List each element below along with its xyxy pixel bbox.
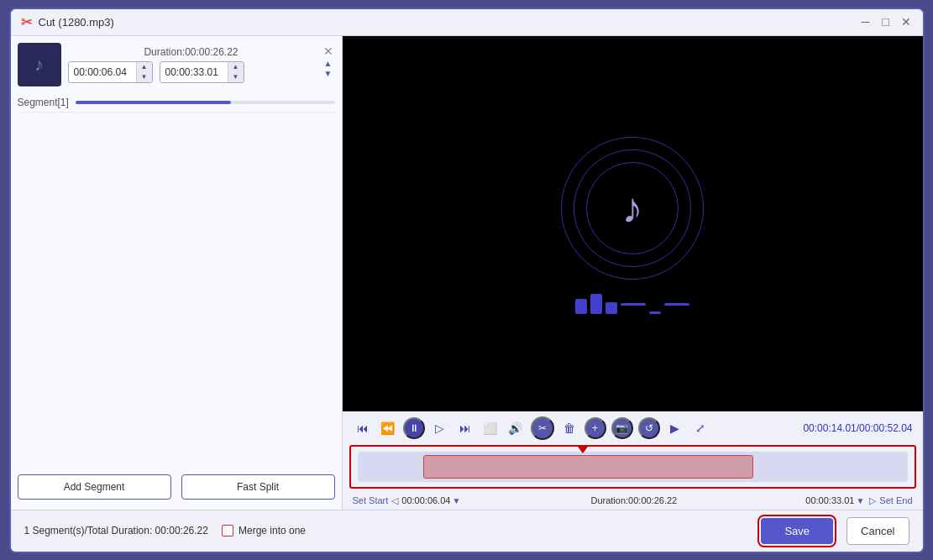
scroll-down-arrow[interactable]: ▼ <box>324 70 333 78</box>
end-time-spinners: ▲ ▼ <box>228 62 244 82</box>
timeline-border <box>349 445 916 489</box>
start-time-marker: 00:00:06.04 <box>401 495 450 505</box>
pause-button[interactable]: ⏸ <box>403 417 425 439</box>
audio-thumbnail: ♪ <box>18 43 61 86</box>
left-panel: ♪ Duration:00:00:26.22 ▲ ▼ <box>11 36 343 510</box>
video-preview-area: ♪ <box>343 36 923 411</box>
expand-button[interactable]: ⤢ <box>690 418 710 438</box>
end-time-marker: 00:00:33.01 <box>805 495 854 505</box>
add-segment-button[interactable]: Add Segment <box>18 474 171 500</box>
time-display: 00:00:14.01/00:00:52.04 <box>803 422 912 434</box>
music-note-large-icon: ♪ <box>622 184 643 233</box>
timeline-markers: Set Start ◁ 00:00:06.04 ▼ Duration:00:00… <box>343 492 923 510</box>
start-time-up[interactable]: ▲ <box>137 62 152 72</box>
controls-bar: ⏮ ⏪ ⏸ ▷ ⏭ ⬜ 🔊 ✂ 🗑 + 📷 ↺ ▶ ⤢ 00:00:14.01/… <box>343 411 923 445</box>
eq-bar-1 <box>575 299 587 314</box>
music-note-icon: ♪ <box>34 54 44 76</box>
left-spacer <box>18 113 335 468</box>
merge-label[interactable]: Merge into one <box>222 525 306 536</box>
step-forward-button[interactable]: ⏭ <box>455 418 475 438</box>
cancel-button[interactable]: Cancel <box>847 517 909 545</box>
start-dropdown-arrow[interactable]: ▼ <box>452 496 460 505</box>
eq-bar-3 <box>605 302 617 314</box>
start-time-input-group: ▲ ▼ <box>68 61 153 83</box>
marker-arrow-left: ◁ <box>391 495 398 506</box>
main-content: ♪ Duration:00:00:26.22 ▲ ▼ <box>11 36 923 510</box>
scroll-up-arrow[interactable]: ▲ <box>324 60 333 68</box>
timeline-container <box>343 445 923 492</box>
timeline-track[interactable] <box>358 452 908 482</box>
segment-progress-bar <box>76 101 335 104</box>
right-panel: ♪ ⏮ ⏪ ⏸ ▷ ⏭ <box>343 36 923 510</box>
end-time-input-group: ▲ ▼ <box>160 61 244 83</box>
set-end-button[interactable]: Set End <box>879 495 912 505</box>
rewind-button[interactable]: ⏪ <box>378 418 398 438</box>
save-button[interactable]: Save <box>761 518 833 544</box>
eq-bar-4 <box>649 311 661 314</box>
equalizer-bars <box>575 294 689 314</box>
start-time-down[interactable]: ▼ <box>137 72 152 82</box>
time-inputs: ▲ ▼ ▲ ▼ <box>68 61 315 83</box>
segment-info: Duration:00:00:26.22 ▲ ▼ ▲ <box>68 46 315 83</box>
music-circles: ♪ <box>557 133 708 284</box>
marker-arrow-right: ▷ <box>869 495 876 506</box>
end-time-input[interactable] <box>160 64 228 81</box>
add-segment-ctrl-button[interactable]: + <box>584 417 606 439</box>
merge-checkbox[interactable] <box>222 525 233 536</box>
minimize-button[interactable]: ─ <box>859 15 873 29</box>
segment-header: ♪ Duration:00:00:26.22 ▲ ▼ <box>18 43 335 86</box>
stop-button[interactable]: ⬜ <box>480 418 501 438</box>
merge-text: Merge into one <box>238 525 306 536</box>
refresh-button[interactable]: ↺ <box>638 417 660 439</box>
set-start-button[interactable]: Set Start <box>353 495 389 505</box>
music-visual: ♪ <box>557 133 708 314</box>
close-button[interactable]: ✕ <box>899 15 913 29</box>
eq-line-1 <box>621 303 646 306</box>
bottom-bar: 1 Segment(s)/Total Duration: 00:00:26.22… <box>11 510 923 552</box>
segment-label: Segment[1] <box>18 97 69 108</box>
duration-label: Duration:00:00:26.22 <box>68 46 315 58</box>
titlebar: ✂ Cut (1280.mp3) ─ □ ✕ <box>11 9 923 36</box>
status-text: 1 Segment(s)/Total Duration: 00:00:26.22 <box>24 525 208 536</box>
timeline-playhead <box>578 447 588 453</box>
snapshot-button[interactable]: 📷 <box>611 417 633 439</box>
play-forward-button[interactable]: ▷ <box>430 418 450 438</box>
step-back-button[interactable]: ⏮ <box>353 418 373 438</box>
end-dropdown-arrow[interactable]: ▼ <box>856 496 864 505</box>
timeline-segment[interactable] <box>423 455 753 479</box>
fast-split-button[interactable]: Fast Split <box>181 474 335 500</box>
delete-button[interactable]: 🗑 <box>559 418 579 438</box>
end-time-up[interactable]: ▲ <box>228 62 244 72</box>
start-time-spinners: ▲ ▼ <box>136 62 152 82</box>
maximize-button[interactable]: □ <box>879 15 893 29</box>
segment-close-button[interactable]: ✕ <box>322 44 335 58</box>
duration-marker: Duration:00:00:26.22 <box>590 495 677 505</box>
start-time-input[interactable] <box>69 64 136 81</box>
eq-bar-2 <box>590 294 602 314</box>
play-small-button[interactable]: ▶ <box>665 418 685 438</box>
clip-icon-button[interactable]: ✂ <box>531 416 554 440</box>
end-time-down[interactable]: ▼ <box>228 72 244 82</box>
segment-progress-fill <box>76 101 231 104</box>
window-title: Cut (1280.mp3) <box>39 16 852 29</box>
eq-line-2 <box>664 303 689 306</box>
left-bottom-actions: Add Segment Fast Split <box>18 468 335 503</box>
app-icon: ✂ <box>21 14 32 30</box>
volume-button[interactable]: 🔊 <box>506 418 526 438</box>
app-window: ✂ Cut (1280.mp3) ─ □ ✕ ♪ Duration:00:00:… <box>9 8 925 553</box>
segment-list-item: Segment[1] <box>18 93 335 113</box>
